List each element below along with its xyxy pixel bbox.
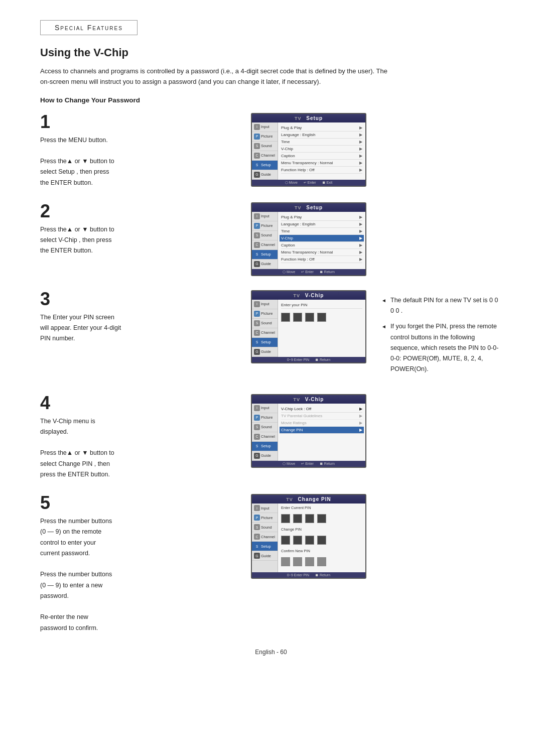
- sidebar-label: Sound: [261, 144, 272, 148]
- footer-hint: ↵ Enter: [301, 462, 314, 466]
- sidebar-label: Guide: [261, 349, 271, 354]
- vchip-arrow: ▶: [359, 407, 362, 411]
- pin-box: [305, 313, 314, 322]
- tv-content: Plug & Play ▶ Language : English ▶ Time …: [278, 212, 365, 269]
- sidebar-icon-sound: S: [254, 320, 260, 326]
- pin-box: [317, 557, 326, 566]
- step-desc-2: Press the▲ or ▼ button toselect V-Chip ,…: [40, 224, 241, 257]
- footer-hint: ⬡ Move: [285, 181, 298, 185]
- sidebar-icon-channel: C: [254, 153, 260, 159]
- sidebar-icon-setup: S: [254, 251, 260, 258]
- sidebar-label: Setup: [261, 340, 271, 344]
- menu-arrow: ▶: [359, 147, 362, 151]
- menu-item-label: Function Help : Off: [281, 257, 315, 262]
- sidebar-icon-channel: C: [254, 434, 260, 440]
- step-screen-5: TV Change PIN I Input P Picture S Sound …: [251, 494, 366, 579]
- step-number-5: 5: [40, 494, 241, 512]
- footer-hint: ⏹ Exit: [322, 181, 333, 185]
- pin-box: [281, 557, 290, 566]
- pin-box: [293, 557, 302, 566]
- tv-label: TV: [286, 497, 293, 502]
- step-number-1: 1: [40, 113, 241, 131]
- sidebar-icon-sound: S: [254, 143, 260, 149]
- menu-title: V-Chip: [305, 397, 324, 402]
- footer-hint: ⬡ Move: [283, 462, 295, 466]
- menu-item: Function Help : Off ▶: [281, 167, 362, 174]
- sidebar-icon-picture: P: [254, 223, 260, 229]
- sidebar-icon-setup: S: [254, 443, 260, 449]
- tv-content: Plug & Play ▶ Language : English ▶ Time …: [278, 122, 365, 180]
- tv-sidebar-item: S Setup: [252, 442, 278, 451]
- sidebar-icon-guide: G: [254, 553, 260, 559]
- sidebar-icon-guide: G: [254, 349, 260, 355]
- sidebar-icon-sound: S: [254, 232, 260, 238]
- tv-sidebar-item: I Input: [252, 503, 278, 513]
- sidebar-label: Input: [261, 214, 269, 218]
- pin-box: [281, 514, 290, 523]
- menu-item: Plug & Play ▶: [281, 124, 362, 132]
- change-pin-section: Enter Current PIN: [281, 506, 362, 523]
- change-pin-section-label: Enter Current PIN: [281, 506, 362, 510]
- change-pin-section-label: Change PIN: [281, 527, 362, 532]
- menu-item: Time ▶: [281, 139, 362, 146]
- tv-sidebar-item: S Setup: [252, 542, 278, 551]
- step-screen-4: TV V-Chip I Input P Picture S Sound C Ch…: [251, 394, 366, 468]
- sidebar-label: Picture: [261, 223, 273, 228]
- menu-item-label: Caption: [281, 154, 295, 158]
- menu-title: Change PIN: [298, 496, 331, 502]
- footer-hint: ⬡ Move: [283, 270, 295, 274]
- sidebar-icon-input: I: [254, 124, 260, 130]
- menu-title: Setup: [306, 205, 323, 210]
- step-left-3: 3 The Enter your PIN screenwill appear. …: [40, 290, 251, 344]
- sidebar-icon-setup: S: [254, 162, 260, 168]
- step-row-1: 1 Press the MENU button.Press the▲ or ▼ …: [40, 113, 502, 188]
- step-number-2: 2: [40, 202, 241, 220]
- tv-sidebar-item: S Sound: [252, 231, 278, 240]
- sidebar-label: Input: [261, 506, 269, 511]
- sidebar-label: Input: [261, 406, 269, 410]
- sidebar-label: Guide: [261, 262, 271, 266]
- tv-sidebar-item: S Setup: [252, 161, 278, 170]
- menu-item-label: V-Chip: [281, 147, 293, 151]
- step-left-2: 2 Press the▲ or ▼ button toselect V-Chip…: [40, 202, 251, 257]
- tv-sidebar-item: P Picture: [252, 309, 278, 319]
- step-desc-5: Press the number buttons(0 — 9) on the r…: [40, 516, 241, 634]
- menu-item-label: Plug & Play: [281, 125, 302, 130]
- tv-footer: ⬡ Move↵ Enter⏹ Return: [252, 269, 365, 275]
- footer-hint: ↵ Enter: [301, 270, 314, 274]
- menu-arrow: ▶: [359, 222, 362, 226]
- tv-screen-step2: TV Setup I Input P Picture S Sound C Cha…: [251, 202, 366, 276]
- step-note: The default PIN for a new TV set is 0 0 …: [381, 295, 502, 317]
- menu-arrow: ▶: [359, 140, 362, 144]
- menu-item-label: Plug & Play: [281, 215, 302, 219]
- footer-hint: ⏹ Return: [320, 462, 335, 466]
- menu-item: Plug & Play ▶: [281, 214, 362, 221]
- change-pin-section: Confirm New PIN: [281, 549, 362, 566]
- sidebar-icon-picture: P: [254, 134, 260, 140]
- menu-title: V-Chip: [305, 293, 324, 298]
- tv-sidebar-item: G Guide: [252, 170, 278, 180]
- menu-arrow: ▶: [359, 154, 362, 158]
- tv-screen-step1: TV Setup I Input P Picture S Sound C Cha…: [251, 113, 366, 187]
- sidebar-icon-picture: P: [254, 311, 260, 317]
- menu-item: V-Chip ▶: [280, 235, 364, 242]
- step-desc-1: Press the MENU button.Press the▲ or ▼ bu…: [40, 135, 241, 188]
- step-desc-4: The V-Chip menu isdisplayed.Press the▲ o…: [40, 416, 241, 480]
- sidebar-label: Channel: [261, 535, 275, 539]
- pin-box: [305, 536, 314, 545]
- tv-sidebar-item: C Channel: [252, 328, 278, 338]
- sidebar-label: Picture: [261, 134, 273, 139]
- menu-arrow: ▶: [359, 161, 362, 165]
- menu-arrow: ▶: [359, 125, 362, 130]
- step-notes-3: The default PIN for a new TV set is 0 0 …: [381, 290, 502, 380]
- menu-item: Time ▶: [281, 228, 362, 235]
- menu-item-label: Language : English: [281, 222, 316, 226]
- special-features-header: Special Features: [40, 20, 502, 46]
- pin-box: [317, 514, 326, 523]
- sidebar-label: Setup: [261, 163, 271, 167]
- sidebar-icon-input: I: [254, 505, 260, 511]
- menu-item-label: Time: [281, 229, 290, 233]
- tv-sidebar-item: C Channel: [252, 240, 278, 250]
- subtitle: How to Change Your Password: [40, 96, 502, 104]
- vchip-item: V-Chip Lock : Off ▶: [281, 406, 362, 413]
